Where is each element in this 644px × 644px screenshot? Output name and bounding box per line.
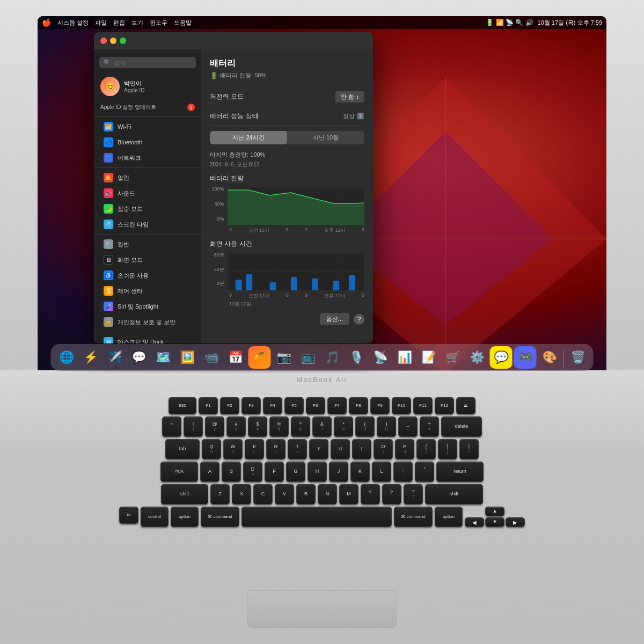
key-backtick[interactable]: ~` <box>162 416 181 437</box>
key-e[interactable]: Eㄷ <box>245 439 264 459</box>
dock-appletv[interactable]: 📺 <box>297 346 319 369</box>
dock-facetime[interactable]: 📹 <box>200 346 223 369</box>
key-f9[interactable]: F9 <box>370 397 390 414</box>
key-option-left[interactable]: option <box>171 507 199 527</box>
dock-pages[interactable]: 📝 <box>418 346 440 369</box>
dock-trash[interactable]: 🗑️ <box>567 346 589 369</box>
key-l[interactable]: L <box>372 462 391 482</box>
key-left[interactable]: ◀ <box>465 517 484 527</box>
dock-numbers[interactable]: 📊 <box>393 346 416 369</box>
key-up[interactable]: ▲ <box>485 507 504 516</box>
sidebar-item-privacy[interactable]: 🔒 개인정보 보호 및 보안 <box>97 314 198 330</box>
sidebar-item-sound[interactable]: 🔊 사운드 <box>97 186 198 201</box>
sidebar-item-general[interactable]: ⚙️ 일반 <box>97 237 198 252</box>
health-info-icon[interactable]: ℹ️ <box>357 113 364 120</box>
key-quote[interactable]: "' <box>415 462 434 482</box>
key-h[interactable]: H <box>308 462 327 482</box>
key-f11[interactable]: F11 <box>413 397 433 414</box>
menu-edit[interactable]: 편집 <box>113 19 125 27</box>
key-rbracket[interactable]: }] <box>438 439 457 459</box>
menu-view[interactable]: 보기 <box>131 19 143 27</box>
menu-window[interactable]: 윈도우 <box>150 19 167 27</box>
key-option-right[interactable]: option <box>435 507 463 527</box>
key-shift-left[interactable]: shift <box>161 484 208 504</box>
key-9[interactable]: (9 <box>355 416 375 437</box>
key-q[interactable]: Qㅂ <box>202 439 221 459</box>
key-g[interactable]: G <box>286 462 305 482</box>
minimize-button[interactable] <box>110 38 116 44</box>
help-button[interactable]: ? <box>354 314 364 325</box>
key-command-left[interactable]: ⌘ command <box>201 507 239 527</box>
key-t[interactable]: Tㅅ <box>288 439 307 459</box>
user-section[interactable]: 😊 박민이 Apple ID <box>94 74 201 99</box>
key-y[interactable]: Y <box>309 439 328 459</box>
dock-safari[interactable]: ✈️ <box>104 346 126 369</box>
sidebar-item-wifi[interactable]: 📶 Wi-Fi <box>97 119 198 134</box>
menu-system[interactable]: 시스템 설정 <box>57 19 89 27</box>
dock-news[interactable]: 📡 <box>369 346 392 369</box>
key-f4[interactable]: F4 <box>263 397 282 414</box>
trackpad[interactable] <box>247 590 397 628</box>
key-k[interactable]: K <box>350 462 370 482</box>
dock-finder[interactable]: 🌐 <box>55 346 78 369</box>
key-f2[interactable]: F2 <box>220 397 239 414</box>
key-return[interactable]: return <box>436 462 484 482</box>
key-equals[interactable]: += <box>420 416 439 437</box>
sidebar-item-network[interactable]: 🌐 네트워크 <box>97 150 198 165</box>
key-down[interactable]: ▼ <box>485 517 504 527</box>
dock-maps[interactable]: 🗺️ <box>152 346 174 369</box>
key-x[interactable]: X <box>232 484 251 504</box>
key-period[interactable]: >. <box>382 484 401 504</box>
key-power[interactable]: ⏏ <box>456 397 475 414</box>
sidebar-item-alarm[interactable]: 🔔 알림 <box>97 170 198 185</box>
key-2[interactable]: @2 <box>205 416 224 437</box>
key-v[interactable]: V <box>275 484 294 504</box>
key-r[interactable]: Rㄱ <box>266 439 286 459</box>
key-j[interactable]: J <box>329 462 348 482</box>
key-d[interactable]: Dㄹ <box>243 462 262 482</box>
key-w[interactable]: Wㅈ <box>223 439 243 459</box>
key-i[interactable]: I <box>352 439 371 459</box>
tab-last10days[interactable]: 지난 10월 <box>287 131 364 144</box>
apple-id-update[interactable]: Apple ID 설정 업데이트 1 <box>94 101 201 113</box>
sidebar-item-control[interactable]: 🎛 제어 센터 <box>97 283 198 298</box>
key-f7[interactable]: F7 <box>327 397 347 414</box>
sidebar-item-desktop[interactable]: 🖥 데스크탑 및 Dock <box>97 334 198 343</box>
key-4[interactable]: $4 <box>248 416 267 437</box>
dock-music[interactable]: 🎵 <box>321 346 343 369</box>
key-semicolon[interactable]: :; <box>393 462 413 482</box>
tab-last24h[interactable]: 지난 24시간 <box>210 131 287 144</box>
key-f5[interactable]: F5 <box>284 397 304 414</box>
key-caps[interactable]: 한/A <box>160 462 198 482</box>
dock-creative[interactable]: 🎨 <box>538 346 561 369</box>
dock-contacts[interactable]: 🍊 <box>248 346 271 369</box>
key-f1[interactable]: F1 <box>199 397 218 414</box>
key-slash[interactable]: ?/ <box>404 484 423 504</box>
key-a[interactable]: A <box>200 462 219 482</box>
key-comma[interactable]: <, <box>361 484 380 504</box>
key-f10[interactable]: F10 <box>392 397 411 414</box>
dock-launchpad[interactable]: ⚡ <box>79 346 102 369</box>
dock-camera[interactable]: 📷 <box>273 346 295 369</box>
key-tab[interactable]: tab <box>165 439 200 459</box>
key-control[interactable]: control <box>141 507 169 527</box>
menu-help[interactable]: 도움말 <box>174 19 192 27</box>
sidebar-item-bluetooth[interactable]: 🔵 Bluetooth <box>97 135 198 150</box>
sidebar-item-focus[interactable]: 🌙 집중 모드 <box>97 201 198 216</box>
key-3[interactable]: #3 <box>226 416 246 437</box>
dock-photos[interactable]: 🖼️ <box>176 346 199 369</box>
key-6[interactable]: ^6 <box>291 416 310 437</box>
dock-podcasts[interactable]: 🎙️ <box>345 346 368 369</box>
key-s[interactable]: S <box>222 462 241 482</box>
key-f8[interactable]: F8 <box>349 397 368 414</box>
key-right[interactable]: ▶ <box>506 517 525 527</box>
sidebar-item-screentime[interactable]: ⏱ 스크린 타임 <box>97 217 198 232</box>
key-1[interactable]: !1 <box>184 416 203 437</box>
key-f12[interactable]: F12 <box>435 397 454 414</box>
key-0[interactable]: )0 <box>377 416 396 437</box>
dock-kakao[interactable]: 💬 <box>490 346 513 369</box>
key-o[interactable]: Oㅐ <box>374 439 393 459</box>
maximize-button[interactable] <box>120 38 126 44</box>
sidebar-item-access[interactable]: ♿ 손쉬운 사용 <box>97 268 198 283</box>
key-minus[interactable]: _- <box>398 416 418 437</box>
